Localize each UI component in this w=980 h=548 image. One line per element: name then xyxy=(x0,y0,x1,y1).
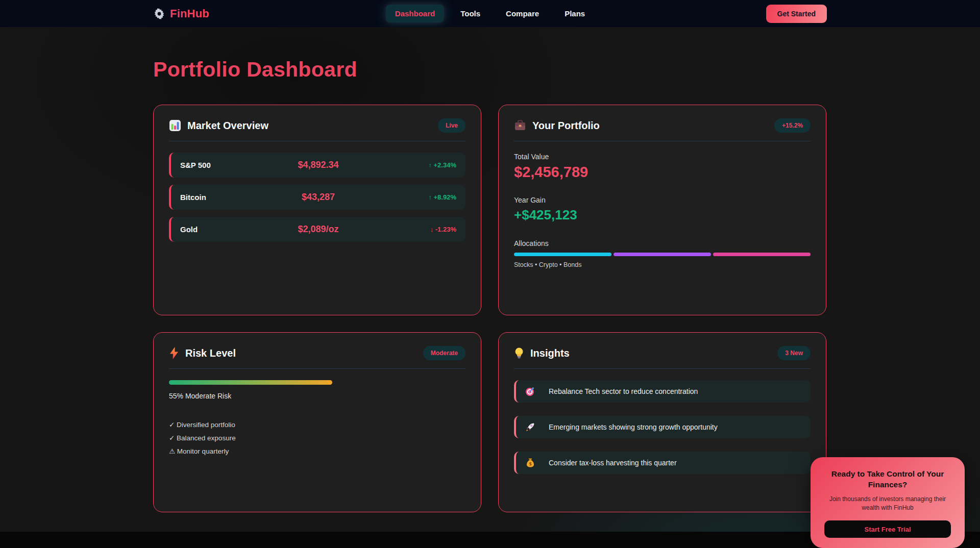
total-value: $2,456,789 xyxy=(514,164,811,181)
nav-item-plans[interactable]: Plans xyxy=(555,5,594,22)
live-badge: Live xyxy=(438,118,465,133)
market-row-sp500[interactable]: S&P 500 $4,892.34 ↑ +2.34% xyxy=(169,153,465,178)
start-free-trial-button[interactable]: Start Free Trial xyxy=(824,520,951,538)
cta-card: Ready to Take Control of Your Finances? … xyxy=(811,457,965,548)
new-insights-badge: 3 New xyxy=(777,346,811,360)
total-value-label: Total Value xyxy=(514,153,811,161)
asset-price: $2,089/oz xyxy=(272,224,364,235)
main-content: Portfolio Dashboard Market Overview Live… xyxy=(0,27,980,532)
insight-row-emerging-markets[interactable]: Emerging markets showing strong growth o… xyxy=(514,416,811,438)
allocation-segment-stocks xyxy=(514,253,611,256)
market-overview-header: Market Overview Live xyxy=(169,118,465,141)
bar-chart-icon xyxy=(169,119,181,132)
portfolio-change-badge: +15.2% xyxy=(774,118,811,133)
card-title: Risk Level xyxy=(185,347,236,359)
cta-subtitle: Join thousands of investors managing the… xyxy=(821,495,954,512)
asset-name: Bitcoin xyxy=(180,193,272,202)
asset-change: ↓ -1.23% xyxy=(364,226,456,233)
card-title: Your Portfolio xyxy=(532,120,600,132)
asset-price: $43,287 xyxy=(272,192,364,203)
asset-price: $4,892.34 xyxy=(272,160,364,170)
risk-item-balanced: ✓ Balanced exposure xyxy=(169,432,465,445)
risk-caption: 55% Moderate Risk xyxy=(169,392,465,400)
risk-level-card: Risk Level Moderate 55% Moderate Risk ✓ … xyxy=(153,332,481,512)
page-title: Portfolio Dashboard xyxy=(153,58,827,82)
risk-level-header: Risk Level Moderate xyxy=(169,346,465,369)
dashboard-grid: Market Overview Live S&P 500 $4,892.34 ↑… xyxy=(153,105,827,512)
market-overview-card: Market Overview Live S&P 500 $4,892.34 ↑… xyxy=(153,105,481,315)
svg-text:$: $ xyxy=(529,462,532,466)
market-row-gold[interactable]: Gold $2,089/oz ↓ -1.23% xyxy=(169,217,465,242)
market-row-bitcoin[interactable]: Bitcoin $43,287 ↑ +8.92% xyxy=(169,185,465,210)
risk-item-monitor: ⚠ Monitor quarterly xyxy=(169,445,465,458)
risk-item-diversified: ✓ Diversified portfolio xyxy=(169,418,465,432)
asset-change: ↑ +2.34% xyxy=(364,161,456,169)
cta-title: Ready to Take Control of Your Finances? xyxy=(821,468,954,490)
nav-links: Dashboard Tools Compare Plans xyxy=(386,5,594,22)
insight-text: Emerging markets showing strong growth o… xyxy=(549,423,718,431)
card-title: Insights xyxy=(530,347,570,359)
allocations-label: Allocations xyxy=(514,239,811,247)
rocket-icon xyxy=(525,422,535,432)
year-gain-label: Year Gain xyxy=(514,196,811,204)
risk-progress-bar xyxy=(169,380,465,385)
money-bag-icon: $ xyxy=(525,458,535,468)
insight-text: Consider tax-loss harvesting this quarte… xyxy=(549,459,677,467)
target-icon xyxy=(525,386,535,396)
card-title: Market Overview xyxy=(187,120,268,132)
nav-item-compare[interactable]: Compare xyxy=(497,5,548,22)
portfolio-card: Your Portfolio +15.2% Total Value $2,456… xyxy=(498,105,826,315)
risk-badge: Moderate xyxy=(423,346,465,360)
allocations-bar xyxy=(514,253,811,256)
briefcase-icon xyxy=(514,119,526,132)
get-started-button[interactable]: Get Started xyxy=(766,5,827,23)
risk-progress-fill xyxy=(169,380,332,385)
bulb-icon xyxy=(514,347,524,359)
nav-item-dashboard[interactable]: Dashboard xyxy=(386,5,444,22)
portfolio-header: Your Portfolio +15.2% xyxy=(514,118,811,141)
logo-text: FinHub xyxy=(170,7,209,20)
insights-header: Insights 3 New xyxy=(514,346,811,369)
gear-icon xyxy=(153,8,165,20)
asset-name: Gold xyxy=(180,225,272,234)
allocations-caption: Stocks • Crypto • Bonds xyxy=(514,261,811,268)
allocation-segment-crypto xyxy=(614,253,711,256)
asset-change: ↑ +8.92% xyxy=(364,193,456,201)
logo[interactable]: FinHub xyxy=(153,7,209,20)
insight-text: Rebalance Tech sector to reduce concentr… xyxy=(549,387,698,395)
nav-item-tools[interactable]: Tools xyxy=(451,5,489,22)
lightning-icon xyxy=(169,347,179,359)
insights-card: Insights 3 New Rebalance Tech sector to … xyxy=(498,332,826,512)
navbar: FinHub Dashboard Tools Compare Plans Get… xyxy=(0,0,980,27)
year-gain-value: +$425,123 xyxy=(514,207,811,223)
insight-row-rebalance[interactable]: Rebalance Tech sector to reduce concentr… xyxy=(514,380,811,403)
insight-row-tax-loss[interactable]: $ Consider tax-loss harvesting this quar… xyxy=(514,452,811,474)
allocation-segment-bonds xyxy=(713,253,811,256)
asset-name: S&P 500 xyxy=(180,161,272,169)
